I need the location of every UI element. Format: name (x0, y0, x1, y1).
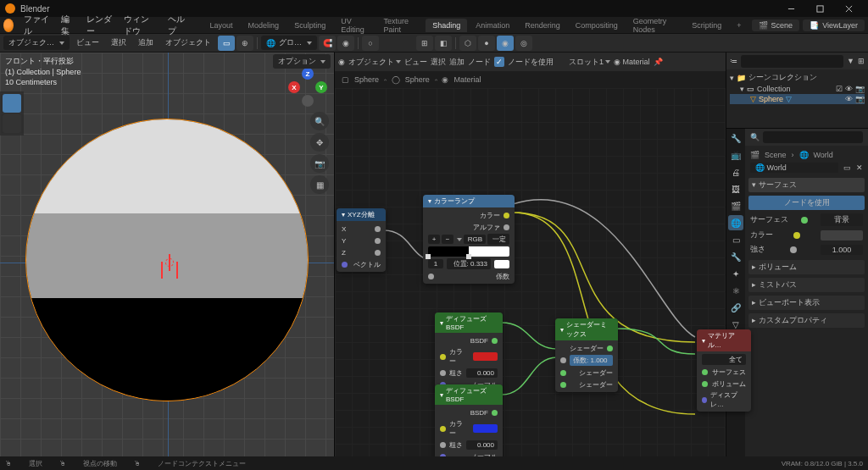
workspace-tab-shading[interactable]: Shading (426, 19, 467, 32)
node-header-diffuse2[interactable]: ▾ ディフューズBSDF (435, 384, 503, 405)
socket-y-out[interactable] (375, 238, 381, 244)
node-material-output[interactable]: ▾ マテリアル… 全て サーフェス ボリューム ディスプレ… (697, 329, 751, 412)
exclude-checkbox[interactable]: ☑ (836, 85, 843, 93)
node-header-output[interactable]: ▾ マテリアル… (697, 329, 751, 351)
workspace-tab-modeling[interactable]: Modeling (242, 19, 287, 32)
diffuse1-out-socket[interactable] (492, 338, 498, 344)
strength-field[interactable]: 1.000 (821, 245, 863, 255)
workspace-tab-animation[interactable]: Animation (469, 19, 516, 32)
use-nodes-checkbox[interactable]: ✓ (494, 57, 504, 67)
node-header-sepxyz[interactable]: ▾ XYZ分離 (337, 208, 386, 221)
maximize-button[interactable] (805, 0, 834, 17)
outliner-collection[interactable]: ▾▭ Collection ☑ 👁 📷 (730, 84, 865, 94)
slot-dropdown[interactable]: スロット1 (569, 57, 610, 68)
shading-solid-icon[interactable]: ● (478, 36, 495, 51)
tab-tool-icon[interactable]: 🔧 (728, 130, 743, 146)
diffuse1-rough-socket[interactable] (440, 370, 446, 376)
workspace-tab-uvediting[interactable]: UV Editing (334, 14, 375, 36)
camera-icon[interactable]: 📷 (310, 154, 329, 173)
viewlayer-selector[interactable]: 📑 ViewLayer (803, 19, 865, 31)
workspace-tab-rendering[interactable]: Rendering (518, 19, 567, 32)
xray-icon[interactable]: ◧ (435, 36, 452, 51)
socket-x-out[interactable] (375, 226, 381, 232)
world-color-swatch[interactable] (821, 230, 863, 241)
node-menu-add[interactable]: 追加 (449, 57, 465, 68)
diffuse2-rough-field[interactable]: 0.000 (466, 440, 498, 450)
workspace-tab-compositing[interactable]: Compositing (569, 19, 625, 32)
proportional-icon[interactable]: ○ (362, 36, 379, 51)
orientation-dropdown[interactable]: 🌐 グロ… (261, 36, 317, 50)
node-menu-view[interactable]: ビュー (404, 57, 427, 68)
node-header-mix[interactable]: ▾ シェーダーミックス (555, 318, 618, 340)
gizmo-z-axis[interactable]: Z (302, 68, 314, 80)
diffuse1-rough-field[interactable]: 0.000 (466, 368, 498, 378)
mix-in1-socket[interactable] (560, 370, 566, 376)
tool-cursor[interactable] (3, 114, 21, 133)
outliner-object-sphere[interactable]: ▽ Sphere ▽ 👁 📷 (730, 94, 865, 104)
custom-props-panel-header[interactable]: ▸ カスタムプロパティ (748, 313, 865, 328)
volume-panel-header[interactable]: ▸ ボリューム (748, 260, 865, 274)
output-disp-socket[interactable] (702, 397, 707, 403)
surface-panel-header[interactable]: ▾ サーフェス (748, 178, 865, 192)
breadcrumb-material[interactable]: Material (453, 75, 481, 84)
outliner-scene-collection[interactable]: ▾📁 シーンコレクション (730, 71, 865, 84)
outliner-filter-icon[interactable]: ▼ (847, 57, 854, 65)
ramp-fac-in-socket[interactable] (428, 274, 434, 279)
node-diffuse-2[interactable]: ▾ ディフューズBSDF BSDF カラー 粗さ0.000 ノーマル (435, 384, 503, 464)
ramp-index-field[interactable]: 1 (428, 259, 443, 268)
vp-menu-object[interactable]: オブジェクト (160, 36, 216, 50)
ramp-pos-field[interactable]: 位置: 0.333 (447, 258, 491, 269)
render-icon[interactable]: 📷 (855, 85, 865, 93)
output-volume-socket[interactable] (702, 381, 708, 387)
tab-scene-icon[interactable]: 🎬 (728, 198, 743, 213)
diffuse2-out-socket[interactable] (492, 410, 498, 416)
surface-value-dropdown[interactable]: 背景 (821, 213, 863, 226)
pan-icon[interactable]: ✥ (310, 133, 329, 152)
diffuse1-color-swatch[interactable] (473, 352, 498, 361)
viewport-display-panel-header[interactable]: ▸ ビューポート表示 (748, 296, 865, 310)
node-header-diffuse1[interactable]: ▾ ディフューズBSDF (435, 312, 503, 333)
tab-world-icon[interactable]: 🌐 (728, 215, 743, 230)
diffuse2-color-socket[interactable] (440, 426, 446, 432)
menu-edit[interactable]: 編集 (56, 12, 79, 39)
overlay-toggle-icon[interactable]: ⊞ (416, 36, 433, 51)
tab-object-icon[interactable]: ▭ (728, 232, 743, 247)
shading-wire-icon[interactable]: ⬡ (459, 36, 476, 51)
ramp-stop-1[interactable] (466, 254, 471, 259)
gizmo-x-axis[interactable]: X (288, 81, 300, 93)
node-separate-xyz[interactable]: ▾ XYZ分離 X Y Z ベクトル (337, 208, 386, 272)
navigation-gizmo[interactable]: X Y Z (288, 68, 327, 107)
workspace-add-button[interactable]: + (730, 19, 748, 32)
editor-type-icon[interactable]: ◉ (338, 58, 345, 66)
pin-icon[interactable]: 📌 (654, 58, 663, 66)
select-mode-icon[interactable]: ▭ (218, 36, 235, 51)
shader-type-dropdown[interactable]: オブジェクト (348, 57, 401, 68)
node-menu-select[interactable]: 選択 (431, 57, 446, 68)
material-dropdown[interactable]: ◉ Material (614, 58, 650, 66)
menu-help[interactable]: ヘルプ (163, 12, 192, 39)
mode-dropdown[interactable]: オブジェク… (3, 36, 70, 50)
diffuse2-rough-socket[interactable] (440, 442, 446, 448)
outliner-new-collection-icon[interactable]: ⊞ (858, 57, 865, 65)
diffuse2-color-swatch[interactable] (473, 424, 498, 433)
node-editor-canvas[interactable]: ▾ XYZ分離 X Y Z ベクトル ▾ カラーランプ カラー アルファ + − (335, 88, 726, 456)
vp-menu-select[interactable]: 選択 (106, 36, 131, 50)
mix-fac-socket[interactable] (560, 357, 566, 363)
ramp-interp-dropdown[interactable]: 一定 (487, 234, 509, 245)
workspace-tab-scripting[interactable]: Scripting (685, 19, 728, 32)
vp-menu-add[interactable]: 追加 (133, 36, 159, 50)
ramp-tools-dropdown[interactable] (457, 238, 462, 241)
mix-out-socket[interactable] (607, 346, 613, 351)
outliner-search-input[interactable] (741, 55, 843, 68)
outliner-type-icon[interactable]: ≔ (730, 57, 737, 65)
ramp-stop-0[interactable] (426, 254, 431, 259)
eye-icon[interactable]: 👁 (845, 85, 853, 93)
gizmo-neg-axis[interactable] (302, 95, 314, 107)
shading-rendered-icon[interactable]: ◎ (515, 36, 532, 51)
diffuse1-color-socket[interactable] (440, 354, 446, 360)
workspace-tab-texturepaint[interactable]: Texture Paint (376, 14, 424, 36)
3d-viewport[interactable]: フロント・平行投影 (1) Collection | Sphere 10 Cen… (0, 53, 334, 456)
eye-icon[interactable]: 👁 (845, 95, 853, 103)
breadcrumb-world[interactable]: World (814, 151, 833, 159)
workspace-tab-layout[interactable]: Layout (203, 19, 240, 32)
